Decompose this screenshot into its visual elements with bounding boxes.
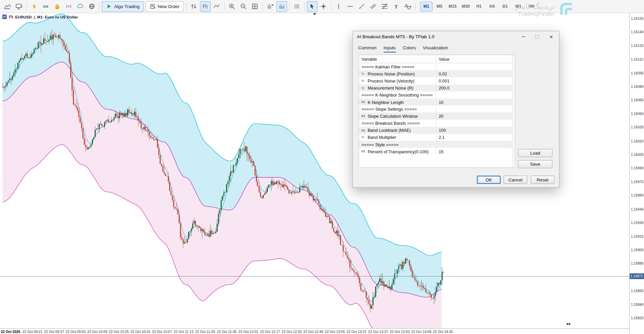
time-axis[interactable]: 22 Oct 202522 Oct 09:2122 Oct 09:3722 Oc… — [0, 328, 629, 334]
timeframe-m1[interactable]: M1 — [420, 1, 433, 11]
zoom-in-icon[interactable] — [227, 1, 238, 12]
price-axis-label: 1.16155 — [631, 16, 644, 20]
time-axis-label: 22 Oct 2025 — [1, 330, 20, 334]
parameters-table: Variable Value ===== Kalman Filter =====… — [358, 55, 515, 168]
line-chart-icon[interactable] — [211, 1, 222, 12]
chart-type-icon[interactable]: ▾ — [2, 1, 13, 12]
reset-button[interactable]: Reset — [531, 176, 554, 184]
price-axis-label: 1.15900 — [631, 248, 644, 252]
parameter-value-cell[interactable]: 200.0 — [436, 86, 515, 91]
toolbar: ▾▾$IDEAlgo TradingNew OrderT▾M1M5M15M30H… — [0, 0, 644, 13]
zoom-out-icon[interactable] — [238, 1, 249, 12]
mt5-window: ▾▾$IDEAlgo TradingNew OrderT▾M1M5M15M30H… — [0, 0, 644, 334]
parameter-row[interactable]: 01K-Neighbor Length10 — [359, 99, 515, 106]
chart-profile-icon[interactable]: ▾ — [13, 1, 24, 12]
timeframe-h4[interactable]: H4 — [486, 1, 498, 11]
parameter-name-cell: 01Slope Calculation Window — [359, 113, 436, 120]
tab-visualization[interactable]: Visualization — [423, 45, 448, 53]
horizontal-line-icon[interactable] — [345, 1, 356, 12]
dialog-titlebar[interactable]: AI Breakout Bands MT5 - By TFlab 1.0 × — [353, 31, 559, 42]
integer-type-icon: 01 — [361, 100, 366, 104]
parameter-row[interactable]: ½Band Multiplier2.1 — [359, 134, 515, 141]
parameter-row[interactable]: ½Process Noise (Velocity)0.001 — [359, 77, 515, 85]
column-header-variable[interactable]: Variable — [359, 55, 436, 63]
depth-of-market-icon[interactable] — [292, 1, 302, 12]
parameter-value-cell[interactable]: 15 — [436, 149, 515, 154]
timeframe-m15[interactable]: M15 — [446, 1, 459, 11]
load-button[interactable]: Load — [518, 149, 552, 157]
chevron-down-icon: ▾ — [9, 5, 11, 8]
parameter-label: Slope Calculation Window — [367, 114, 417, 119]
tab-colors[interactable]: Colors — [403, 45, 416, 53]
web-terminal-icon[interactable] — [86, 1, 97, 12]
double-type-icon: ½ — [361, 135, 366, 139]
text-tool-icon[interactable]: T — [391, 1, 402, 12]
minimize-button[interactable] — [516, 31, 530, 42]
cancel-button[interactable]: Cancel — [504, 176, 528, 184]
timeframe-m30[interactable]: M30 — [459, 1, 472, 11]
tick-chart-icon[interactable] — [189, 1, 199, 12]
crosshair-icon[interactable] — [318, 1, 329, 12]
vertical-line-icon[interactable] — [334, 1, 344, 12]
timeframe-h1[interactable]: H1 — [473, 1, 485, 11]
channel-icon[interactable] — [368, 1, 379, 12]
maximize-button[interactable] — [530, 31, 544, 42]
cursor-icon[interactable] — [307, 1, 317, 12]
parameter-row[interactable]: ½Process Noise (Position)0.02 — [359, 70, 515, 77]
tab-common[interactable]: Common — [358, 45, 377, 53]
parameter-value-cell[interactable]: 0.001 — [436, 78, 515, 84]
tab-inputs[interactable]: Inputs — [384, 45, 396, 53]
cloud-icon[interactable] — [75, 1, 86, 12]
indicator-list-icon[interactable] — [277, 1, 287, 12]
signal-icon[interactable] — [63, 1, 74, 12]
table-scrollbar[interactable] — [512, 55, 514, 167]
column-header-value[interactable]: Value — [436, 56, 515, 61]
parameter-row[interactable]: ½Measurement Noise (R)200.0 — [359, 85, 515, 92]
chart-symbol-label: EURUSD_i, M1: Euro vs US Dollar — [2, 14, 78, 19]
data-window-icon[interactable] — [265, 1, 276, 12]
parameter-row[interactable]: 01Band Lookback (MAE)100 — [359, 127, 515, 134]
shapes-icon[interactable]: ▾ — [402, 1, 413, 12]
close-button[interactable]: × — [544, 31, 558, 42]
parameter-label: ===== K-Neighbor Smoothing ===== — [361, 93, 433, 98]
parameter-row[interactable]: 01Slope Calculation Window20 — [359, 113, 515, 120]
parameter-name-cell: 01K-Neighbor Length — [359, 99, 436, 106]
parameter-value-cell[interactable]: 2.1 — [436, 135, 515, 140]
trendline-icon[interactable] — [356, 1, 367, 12]
ok-button[interactable]: OK — [477, 176, 501, 184]
scroll-marker-icon[interactable] — [313, 13, 316, 15]
price-axis-label: 1.16065 — [631, 98, 644, 102]
parameter-value-cell[interactable]: 10 — [436, 100, 515, 105]
parameter-section-row[interactable]: ===== Style ===== — [359, 141, 515, 148]
price-axis[interactable]: 1.15871 1.161551.161401.161251.161101.16… — [629, 13, 644, 334]
parameter-section-row[interactable]: ===== Slope Settings ===== — [359, 106, 515, 113]
parameter-value-cell[interactable]: 100 — [436, 128, 515, 133]
parameter-section-row[interactable]: ===== K-Neighbor Smoothing ===== — [359, 92, 515, 99]
ide-icon[interactable]: IDE — [40, 1, 51, 12]
price-axis-label: 1.15975 — [631, 180, 644, 184]
parameter-section-row[interactable]: ===== Kalman Filter ===== — [359, 63, 515, 70]
timeframe-d1[interactable]: D1 — [499, 1, 511, 11]
new-order-button[interactable]: New Order — [145, 1, 184, 12]
parameter-section-row[interactable]: ===== Breakout Bands ===== — [359, 120, 515, 127]
parameter-name-cell: ½Band Multiplier — [359, 134, 436, 141]
timeframe-m5[interactable]: M5 — [433, 1, 446, 11]
price-axis-label: 1.16050 — [631, 112, 644, 116]
bar-chart-icon[interactable] — [200, 1, 211, 12]
tile-windows-icon[interactable] — [250, 1, 260, 12]
parameter-row[interactable]: 01Percent of Transparency(0-100)15 — [359, 148, 515, 155]
price-axis-label: 1.15855 — [631, 289, 644, 293]
save-button[interactable]: Save — [518, 160, 552, 168]
timeframe-mn[interactable]: MN — [525, 1, 538, 11]
parameter-value-cell[interactable]: 20 — [436, 114, 515, 119]
algo-trading-button[interactable]: Algo Trading — [102, 1, 144, 12]
toolbar-separator — [26, 2, 27, 10]
price-axis-label: 1.15990 — [631, 166, 644, 170]
fibonacci-icon[interactable] — [380, 1, 390, 12]
scroll-to-end-icon[interactable] — [566, 321, 572, 328]
timeframe-w1[interactable]: W1 — [512, 1, 525, 11]
time-axis-label: 22 Oct 12:33 — [282, 330, 302, 334]
parameter-value-cell[interactable]: 0.02 — [436, 71, 515, 76]
lock-icon[interactable] — [52, 1, 62, 12]
market-watch-icon[interactable]: $ — [29, 1, 40, 12]
